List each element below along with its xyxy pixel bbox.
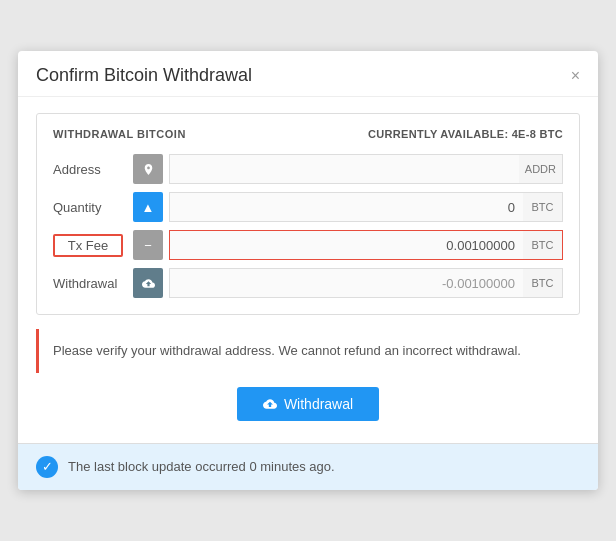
withdrawal-amount-group: BTC [169,268,563,298]
withdrawal-btn-container: Withdrawal [36,387,580,421]
confirm-withdrawal-dialog: Confirm Bitcoin Withdrawal × WITHDRAWAL … [18,51,598,490]
notice-text: Please verify your withdrawal address. W… [53,343,521,358]
withdrawal-button[interactable]: Withdrawal [237,387,379,421]
withdrawal-icon-button[interactable] [133,268,163,298]
close-button[interactable]: × [571,68,580,84]
dialog-header: Confirm Bitcoin Withdrawal × [18,51,598,97]
available-label: CURRENTLY AVAILABLE: 4E-8 BTC [368,128,563,140]
dialog-title: Confirm Bitcoin Withdrawal [36,65,252,86]
quantity-input-group: BTC [169,192,563,222]
quantity-icon-button[interactable]: ▲ [133,192,163,222]
txfee-unit: BTC [523,230,563,260]
address-icon-button[interactable] [133,154,163,184]
withdrawal-row: Withdrawal BTC [53,268,563,298]
quantity-input[interactable] [169,192,523,222]
form-section: WITHDRAWAL BITCOIN CURRENTLY AVAILABLE: … [36,113,580,315]
address-unit: ADDR [519,154,563,184]
status-check-icon: ✓ [36,456,58,478]
pin-icon [142,163,155,176]
status-text: The last block update occurred 0 minutes… [68,459,335,474]
withdrawal-label: Withdrawal [53,276,133,291]
txfee-input-group: BTC [169,230,563,260]
quantity-row: Quantity ▲ BTC [53,192,563,222]
withdrawal-btn-icon [263,397,277,411]
txfee-label: Tx Fee [53,234,123,257]
status-bar: ✓ The last block update occurred 0 minut… [18,443,598,490]
address-label: Address [53,162,133,177]
section-label: WITHDRAWAL BITCOIN [53,128,186,140]
dialog-body: WITHDRAWAL BITCOIN CURRENTLY AVAILABLE: … [18,97,598,443]
address-input-group: ADDR [169,154,563,184]
txfee-row: Tx Fee − BTC [53,230,563,260]
quantity-label: Quantity [53,200,133,215]
address-input[interactable] [169,154,519,184]
notice-box: Please verify your withdrawal address. W… [36,329,580,373]
section-header: WITHDRAWAL BITCOIN CURRENTLY AVAILABLE: … [53,128,563,140]
withdrawal-button-label: Withdrawal [284,396,353,412]
upload-icon [142,277,155,290]
address-row: Address ADDR [53,154,563,184]
txfee-icon-button[interactable]: − [133,230,163,260]
quantity-unit: BTC [523,192,563,222]
txfee-input[interactable] [169,230,523,260]
withdrawal-amount-input[interactable] [169,268,523,298]
withdrawal-unit: BTC [523,268,563,298]
